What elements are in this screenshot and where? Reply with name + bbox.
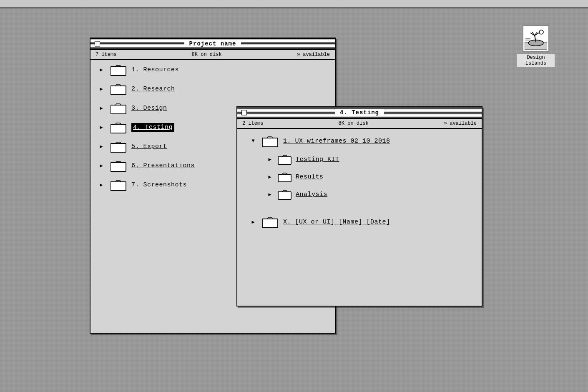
svg-rect-31 (278, 192, 291, 199)
svg-rect-33 (262, 219, 278, 228)
arrow-ux: ▼ (249, 138, 257, 144)
folder-item-results[interactable]: ▶ Results (237, 168, 482, 186)
arrow-1: ▶ (97, 67, 106, 73)
island-svg (525, 27, 547, 50)
arrow-3: ▶ (97, 105, 106, 111)
folder-label-kit: Testing KIT (296, 156, 339, 163)
folder-label-6: 6. Presentations (131, 162, 195, 169)
folder-label-4: 4. Testing (131, 123, 174, 132)
svg-rect-13 (111, 86, 126, 95)
folder-icon-results (278, 171, 291, 182)
svg-rect-19 (111, 143, 126, 152)
items-count: 7 items (95, 52, 116, 58)
testing-window-titlebar[interactable]: 4. Testing (237, 107, 482, 119)
folder-label-analysis: Analysis (296, 191, 327, 198)
available: ∞ available (297, 52, 330, 58)
testing-disk-usage: 8K on disk (339, 121, 369, 126)
folder-item-testing-kit[interactable]: ▶ Testing KIT (237, 151, 482, 168)
project-window-title: Project name (184, 40, 241, 47)
design-islands-icon-image (523, 25, 549, 52)
folder-icon-2 (111, 83, 126, 95)
folder-item-analysis[interactable]: ▶ Analysis (237, 186, 482, 203)
folder-label-ux: 1. UX_wireframes_02_10_2018 (283, 138, 390, 145)
folder-icon-7 (111, 178, 126, 191)
arrow-results: ▶ (266, 174, 274, 180)
svg-rect-25 (262, 138, 278, 147)
folder-icon-template (262, 216, 278, 228)
project-info-bar: 7 items 8K on disk ∞ available (90, 50, 335, 60)
folder-label-5: 5. Export (131, 143, 167, 150)
folder-icon-4 (111, 121, 126, 133)
svg-rect-27 (278, 157, 291, 164)
svg-rect-11 (111, 67, 126, 75)
testing-close-button[interactable] (241, 110, 247, 116)
arrow-4: ▶ (97, 124, 106, 131)
arrow-kit: ▶ (266, 156, 274, 163)
folder-label-template: X. [UX or UI] [Name] [Date] (283, 219, 390, 226)
svg-rect-21 (111, 163, 126, 171)
testing-available: ∞ available (444, 121, 477, 126)
folder-item-1[interactable]: ▶ 1. Resources (90, 60, 335, 79)
testing-window: 4. Testing 2 items 8K on disk ∞ availabl… (236, 106, 482, 307)
menu-bar (0, 0, 588, 8)
folder-label-results: Results (296, 173, 324, 181)
folder-item-ux-wireframes[interactable]: ▼ 1. UX_wireframes_02_10_2018 (237, 129, 482, 151)
svg-rect-17 (111, 124, 126, 133)
svg-rect-29 (278, 174, 291, 182)
project-window-titlebar[interactable]: Project name (90, 38, 335, 50)
folder-icon-ux (262, 135, 278, 147)
arrow-7: ▶ (97, 182, 106, 188)
testing-items-count: 2 items (242, 121, 263, 126)
arrow-5: ▶ (97, 143, 106, 150)
testing-info-bar: 2 items 8K on disk ∞ available (237, 119, 482, 129)
arrow-template: ▶ (249, 219, 257, 225)
arrow-2: ▶ (97, 86, 106, 92)
folder-item-template[interactable]: ▶ X. [UX or UI] [Name] [Date] (237, 211, 482, 231)
folder-label-2: 2. Research (131, 85, 175, 93)
disk-usage: 8K on disk (192, 52, 222, 58)
testing-window-content: ▼ 1. UX_wireframes_02_10_2018 ▶ Test (237, 129, 482, 302)
svg-rect-23 (111, 182, 126, 191)
folder-label-1: 1. Resources (131, 66, 179, 73)
folder-icon-kit (278, 154, 291, 165)
close-button[interactable] (95, 41, 100, 47)
testing-window-title: 4. Testing (335, 109, 384, 116)
folder-label-7: 7. Screenshots (131, 181, 187, 188)
svg-rect-15 (111, 105, 126, 114)
folder-label-3: 3. Design (131, 105, 167, 112)
design-islands-icon[interactable]: Design Islands (517, 25, 555, 67)
arrow-analysis: ▶ (266, 191, 274, 198)
folder-icon-analysis (278, 189, 291, 200)
folder-icon-5 (111, 140, 126, 153)
folder-item-2[interactable]: ▶ 2. Research (90, 79, 335, 98)
folder-icon-1 (111, 63, 126, 76)
folder-icon-3 (111, 102, 126, 114)
folder-icon-6 (111, 159, 126, 172)
design-islands-label: Design Islands (517, 54, 555, 67)
arrow-6: ▶ (97, 163, 106, 169)
